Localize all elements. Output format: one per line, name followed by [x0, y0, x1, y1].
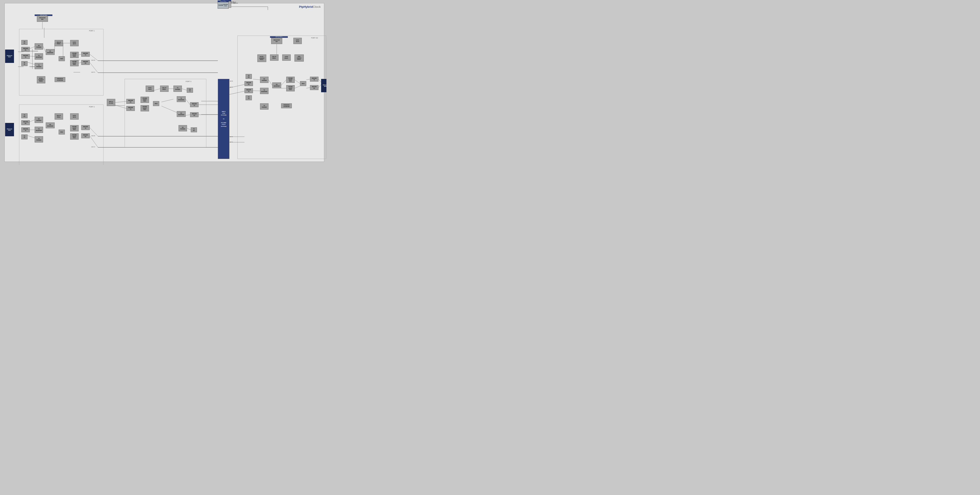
mii-gmii-rx-1: MII/GMIIRX [21, 47, 30, 52]
frame-drop-fifo-oc-a: FRAMEDROPFIFO [286, 77, 295, 83]
data-sets-1: DATASETS [70, 40, 79, 46]
port3-label: PORT 3 [186, 81, 191, 82]
ann-ounce-proc-oc: ANN-OUNCEPROC. [294, 54, 304, 62]
delay-proc-1: DELAYPROC. [55, 40, 63, 46]
ts-tx-oc: TSTX [246, 95, 252, 100]
frame-drop-fifo-1b: FRAMEDROPFIFO [70, 60, 79, 66]
management-proc-oc: MANA-GEMENTPROC. [258, 54, 266, 62]
ts-tx-3: TSTX [187, 88, 193, 93]
delay-proc-2: DELAYPROC. [55, 113, 63, 120]
ethernet-mac: EthernetMAC [321, 79, 326, 92]
title-clock: Clock [313, 5, 321, 8]
tx-modifier-oc: TXMODIFIER [260, 88, 269, 94]
mii-gmii-rx-3b: MII/GMIIRX [190, 112, 199, 117]
mii-gmii-rx-oc-b: MII/GMIIRX [310, 85, 318, 90]
clock-axi-label: AXI4 Lite Slave [218, 0, 229, 2]
rx-parser-1: RXPARSER [35, 43, 43, 50]
ethernet-phy-2: EthernetPHY [5, 123, 14, 136]
frame-drop-fifo-oc-b: FRAMEDROPFIFO [286, 85, 295, 91]
mux-3: MUX [153, 101, 159, 106]
mii-gmii-rx-1b: MII/GMIIRX [81, 60, 90, 65]
mii-gmii-tx-2b: MII/GMIITX [81, 125, 90, 130]
register-set-oc: REGISTERSET [271, 38, 282, 44]
frame-drop-fifo-1a: FRAMEDROPFIFO [70, 52, 79, 58]
ts-rx-1: TSRX [21, 40, 27, 45]
rx-parser-oc: RXPARSER [260, 77, 269, 83]
delay-proc-3: DELAYPROC. [160, 86, 169, 92]
mii-gmii-tx-1b: MII/GMIITX [81, 52, 90, 57]
mii-gmii-rx-3a: MII/GMIIRX [126, 99, 135, 104]
mii-gmii-rx-oc-a: MII/GMIIRX [245, 81, 253, 86]
port2-label: PORT 2 [89, 106, 95, 108]
frame-drop-fifo-3a: FRAMEDROPFIFO [141, 97, 149, 103]
tx-parser-2: TXPARSER [35, 136, 43, 142]
main-diagram: PtpHybridClock AXI4 Lite Slave CLOCKAdju… [5, 3, 324, 162]
ts-rx-3: TSRX [191, 127, 197, 132]
mii-gmii-rx-2: MII/GMIIRX [21, 120, 30, 125]
port1-region [19, 29, 103, 96]
management-proc-1: MANA-GEMENTPROC. [37, 76, 45, 83]
mii-tx-label: MII TX [230, 87, 233, 88]
mii-gmii-tx-3b: MII/GMIITX [190, 102, 199, 107]
sync-proc-oc: SYNCPROC. [282, 54, 291, 61]
mii-gmii-tx-oc-a: MII/GMIITX [245, 88, 253, 93]
mii-gmii-tx-oc-b: MII/GMIITX [310, 77, 318, 81]
mii-rx2-label: MII RX [230, 136, 233, 137]
clock-time-adjust-label: Time &Adjustment [231, 2, 235, 3]
ts-tx-2: TSTX [21, 134, 27, 139]
delay-proc-oc: DELAYPROC. [270, 54, 278, 61]
tx-parser-3: TXPARSER [173, 86, 182, 92]
freerun-counter-oc: FREERUNCOUNTER [281, 103, 292, 108]
register-set-block: REGISTERSET [37, 16, 48, 22]
port1-label: PORT 1 [89, 30, 95, 32]
ethernet-phy-1: EthernetPHY [5, 50, 14, 63]
clock-section: AXI4 Lite Slave CLOCKAdjustableClock [218, 0, 229, 9]
mii-gmii-tx-1: MII/GMIITX [21, 54, 30, 59]
axis-tx-label-2: AXIS TX [91, 147, 95, 148]
tx-parser-1: TXPARSER [35, 63, 43, 69]
data-sets-oc: DATASETS [293, 38, 302, 44]
mii-tx2-label: MII TX [230, 142, 233, 143]
ts-tx-1: TSTX [21, 61, 27, 66]
mux-2: MUX [59, 129, 65, 134]
tx-modifier-3: TXMODIFIER [177, 96, 186, 102]
frame-drop-fifo-3b: FRAMEDROPFIFO [141, 105, 149, 111]
data-sets-2: DATASETS [70, 113, 79, 120]
clock-main-box: CLOCKAdjustableClock [218, 2, 229, 9]
frame-drop-fifo-2a: FRAMEDROPFIFO [70, 125, 79, 131]
frame-drop-fifo-2b: FRAMEDROPFIFO [70, 133, 79, 140]
data-sets-3: DATASETS [146, 86, 154, 92]
ethernet-switch: Ethernetn-PortSWITCHOrEthernetRed-CORE [218, 79, 229, 159]
ts-rx-oc: TSRX [246, 74, 252, 79]
rx-modifier-2: RXMODIFIER [46, 123, 55, 128]
port-oc-label: PORT OC [311, 37, 318, 39]
tx-modifier-2: TXMODIFIER [35, 127, 43, 133]
axis-tx-label-1: AXIS TX [91, 72, 95, 73]
axi-header-oc: AXI4 Lite Slave [270, 36, 288, 38]
tx-modifier-1: TXMODIFIER [35, 53, 43, 59]
axis-rx-label-1: AXIS RX [91, 60, 95, 61]
freerun-counter-1: FREERUNCOUNTER [55, 77, 65, 82]
mux-1: MUX [59, 56, 65, 61]
mii-gmii-tx-2: MII/GMIITX [21, 127, 30, 132]
tx-parser-oc: TXPARSER [260, 103, 269, 110]
title-ptp: Ptp [299, 5, 304, 8]
mux-filter: MUX &FILTER [107, 99, 115, 106]
title: PtpHybridClock [299, 5, 321, 8]
title-hybrid: Hybrid [304, 5, 313, 8]
rx-modifier-oc: RXMODIFIER [272, 83, 281, 88]
axis-rx-label-2: AXIS RX [91, 136, 95, 136]
mii-gmii-tx-3a: MII/GMIITX [126, 106, 135, 111]
rx-modifier-1: RXMODIFIER [46, 49, 55, 55]
rx-modifier-3: RXMODIFIER [177, 111, 186, 117]
mii-rx-label: MII RX [230, 81, 233, 82]
mux-oc: MUX [300, 81, 306, 86]
mii-gmii-rx-2b: MII/GMIIRX [81, 133, 90, 138]
ts-rx-2: TSRX [21, 113, 27, 118]
rx-parser-3: RXPARSER [178, 125, 187, 131]
rx-parser-2: RXPARSER [35, 117, 43, 123]
